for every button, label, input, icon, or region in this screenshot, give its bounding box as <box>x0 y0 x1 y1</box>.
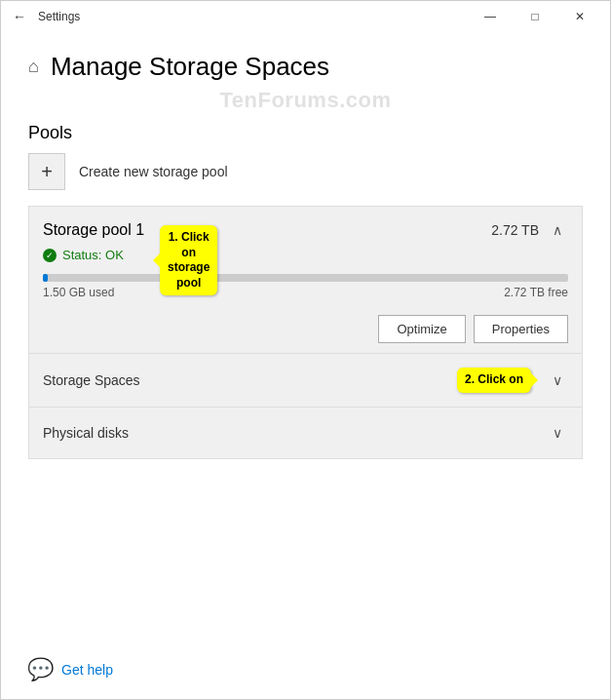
physical-disks-label: Physical disks <box>43 425 129 441</box>
physical-disks-expand-button[interactable]: ∨ <box>547 421 568 445</box>
status-row: Status: OK <box>29 248 582 270</box>
progress-bar-background <box>43 274 568 282</box>
progress-section: 1.50 GB used 2.72 TB free <box>29 270 582 307</box>
pools-section-title: Pools <box>28 123 583 143</box>
storage-spaces-expand-button[interactable]: ∨ <box>547 369 568 392</box>
pool-size: 2.72 TB <box>491 222 539 238</box>
help-icon: 💬 <box>27 657 54 682</box>
title-bar-controls: — □ ✕ <box>468 1 602 32</box>
status-text: Status: OK <box>62 248 124 262</box>
home-icon: ⌂ <box>28 57 39 77</box>
get-help-link[interactable]: Get help <box>61 662 113 678</box>
create-pool-label: Create new storage pool <box>79 164 228 179</box>
page-header: ⌂ Manage Storage Spaces <box>28 52 583 82</box>
title-bar: ← Settings — □ ✕ <box>1 1 610 32</box>
storage-spaces-label: Storage Spaces <box>43 372 140 388</box>
maximize-button[interactable]: □ <box>513 1 557 32</box>
action-buttons: Optimize Properties <box>29 307 582 353</box>
main-content: ⌂ Manage Storage Spaces TenForums.com Po… <box>1 32 610 479</box>
storage-spaces-section[interactable]: Storage Spaces 2. Click on ∨ <box>29 353 582 407</box>
create-pool-button[interactable]: + <box>28 153 65 190</box>
pool-header: Storage pool 1 1. Click on storage pool … <box>29 207 582 248</box>
used-label: 1.50 GB used <box>43 286 114 299</box>
progress-labels: 1.50 GB used 2.72 TB free <box>43 286 568 299</box>
progress-bar-fill <box>43 274 48 282</box>
physical-disks-section[interactable]: Physical disks ∨ <box>29 407 582 458</box>
title-bar-title: Settings <box>38 10 80 23</box>
pool-header-left: Storage pool 1 1. Click on storage pool <box>43 221 144 239</box>
page-title: Manage Storage Spaces <box>51 52 329 82</box>
optimize-button[interactable]: Optimize <box>378 315 465 343</box>
minimize-button[interactable]: — <box>468 1 513 32</box>
pool-collapse-button[interactable]: ∧ <box>547 218 568 242</box>
pool-header-right: 2.72 TB ∧ <box>491 218 568 242</box>
footer: 💬 Get help <box>27 657 113 682</box>
free-label: 2.72 TB free <box>504 286 568 299</box>
properties-button[interactable]: Properties <box>474 315 568 343</box>
back-button[interactable]: ← <box>13 9 26 24</box>
close-button[interactable]: ✕ <box>557 1 602 32</box>
title-bar-left: ← Settings <box>13 9 80 24</box>
create-pool-row[interactable]: + Create new storage pool <box>28 153 583 190</box>
callout-1: 1. Click on storage pool <box>160 225 217 295</box>
watermark: TenForums.com <box>28 88 583 113</box>
storage-pool-panel: Storage pool 1 1. Click on storage pool … <box>28 206 583 459</box>
pool-name[interactable]: Storage pool 1 <box>43 221 144 239</box>
status-indicator <box>43 249 57 262</box>
callout-2: 2. Click on <box>457 368 531 393</box>
